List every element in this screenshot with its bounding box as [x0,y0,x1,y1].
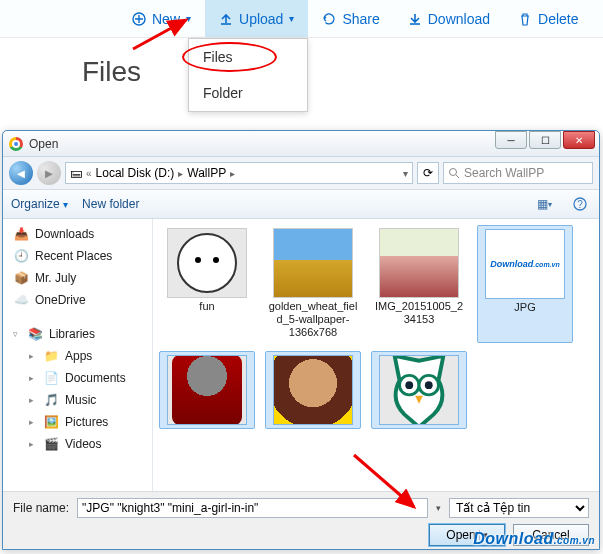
new-folder-button[interactable]: New folder [82,197,139,211]
sidebar-item-mrjuly[interactable]: 📦Mr. July [3,267,152,289]
path-disk[interactable]: Local Disk (D:) [96,166,175,180]
chevron-down-icon: ▾ [479,530,488,540]
nav-forward-button[interactable]: ► [37,161,61,185]
path-folder[interactable]: WallPP [187,166,226,180]
upload-dropdown: Files Folder [188,38,308,112]
svg-point-6 [405,381,413,389]
file-pane[interactable]: fun golden_wheat_field_5-wallpaper-1366x… [153,219,599,491]
upload-folder-item[interactable]: Folder [189,75,307,111]
chevron-down-icon: ▾ [63,199,68,210]
toolbar-new[interactable]: New ▾ [118,0,205,37]
toolbar-upload[interactable]: Upload ▾ [205,0,308,37]
maximize-button[interactable]: ☐ [529,131,561,149]
dialog-title: Open [29,137,58,151]
chevron-down-icon: ▾ [289,13,294,24]
music-icon: 🎵 [43,392,59,408]
help-button[interactable]: ? [569,194,591,214]
toolbar-upload-label: Upload [239,11,283,27]
file-label: IMG_20151005_234153 [374,300,464,326]
sidebar-item-onedrive[interactable]: ☁️OneDrive [3,289,152,311]
chevron-down-icon[interactable]: ▾ [403,168,408,179]
folder-download-icon: 📥 [13,226,29,242]
toolbar-share-label: Share [342,11,379,27]
search-icon [448,167,460,179]
sidebar-item-recent[interactable]: 🕘Recent Places [3,245,152,267]
titlebar[interactable]: Open ─ ☐ ✕ [3,131,599,157]
upload-icon [219,12,233,26]
svg-point-7 [425,381,433,389]
file-item-selected[interactable]: Download.com.vn JPG [477,225,573,343]
search-placeholder: Search WallPP [464,166,544,180]
chevron-down-icon: ▿ [13,329,21,339]
path-box[interactable]: 🖴 « Local Disk (D:) ▸ WallPP ▸ ▾ [65,162,413,184]
organize-button[interactable]: Organize ▾ [11,197,68,211]
share-icon [322,12,336,26]
chevron-right-icon: ▸ [230,168,235,179]
file-item[interactable]: IMG_20151005_234153 [371,225,467,343]
plus-icon [132,12,146,26]
sidebar: 📥Downloads 🕘Recent Places 📦Mr. July ☁️On… [3,219,153,491]
close-button[interactable]: ✕ [563,131,595,149]
videos-icon: 🎬 [43,436,59,452]
toolbar-download-label: Download [428,11,490,27]
sidebar-item-apps[interactable]: ▸📁Apps [3,345,152,367]
chevron-down-icon: ▾ [186,13,191,24]
sidebar-item-music[interactable]: ▸🎵Music [3,389,152,411]
documents-icon: 📄 [43,370,59,386]
chevron-right-icon: ▸ [178,168,183,179]
filetype-select[interactable]: Tất cả Tệp tin [449,498,589,518]
minimize-button[interactable]: ─ [495,131,527,149]
search-input[interactable]: Search WallPP [443,162,593,184]
recent-icon: 🕘 [13,248,29,264]
file-item-selected[interactable] [371,351,467,429]
toolbar-delete[interactable]: Delete [504,0,592,37]
refresh-button[interactable]: ⟳ [417,162,439,184]
trash-icon [518,12,532,26]
sidebar-item-documents[interactable]: ▸📄Documents [3,367,152,389]
filename-label: File name: [13,501,69,515]
svg-text:?: ? [577,199,583,210]
toolbar-download[interactable]: Download [394,0,504,37]
file-label: JPG [514,301,535,314]
file-label: fun [199,300,214,313]
sidebar-item-libraries[interactable]: ▿📚Libraries [3,323,152,345]
download-icon [408,12,422,26]
file-item[interactable]: fun [159,225,255,343]
sidebar-item-downloads[interactable]: 📥Downloads [3,223,152,245]
file-label: golden_wheat_field_5-wallpaper-1366x768 [268,300,358,340]
svg-point-1 [450,169,457,176]
upload-files-item[interactable]: Files [189,39,307,75]
filename-input[interactable] [77,498,428,518]
file-item-selected[interactable] [265,351,361,429]
open-dialog: Open ─ ☐ ✕ ◄ ► 🖴 « Local Disk (D:) ▸ Wal… [2,130,600,550]
dropbox-icon: 📦 [13,270,29,286]
chrome-icon [9,137,23,151]
sidebar-item-videos[interactable]: ▸🎬Videos [3,433,152,455]
view-button[interactable]: ▦ ▾ [533,194,555,214]
apps-icon: 📁 [43,348,59,364]
toolbar-new-label: New [152,11,180,27]
file-item[interactable]: golden_wheat_field_5-wallpaper-1366x768 [265,225,361,343]
toolbar-share[interactable]: Share [308,0,393,37]
library-icon: 📚 [27,326,43,342]
toolbar-delete-label: Delete [538,11,578,27]
file-item-selected[interactable] [159,351,255,429]
sidebar-item-pictures[interactable]: ▸🖼️Pictures [3,411,152,433]
cloud-icon: ☁️ [13,292,29,308]
pictures-icon: 🖼️ [43,414,59,430]
cancel-button[interactable]: Cancel [513,524,589,546]
nav-back-button[interactable]: ◄ [9,161,33,185]
drive-icon: 🖴 [70,166,82,180]
open-button[interactable]: Open▾ [429,524,505,546]
filename-history-button[interactable]: ▾ [436,503,441,513]
